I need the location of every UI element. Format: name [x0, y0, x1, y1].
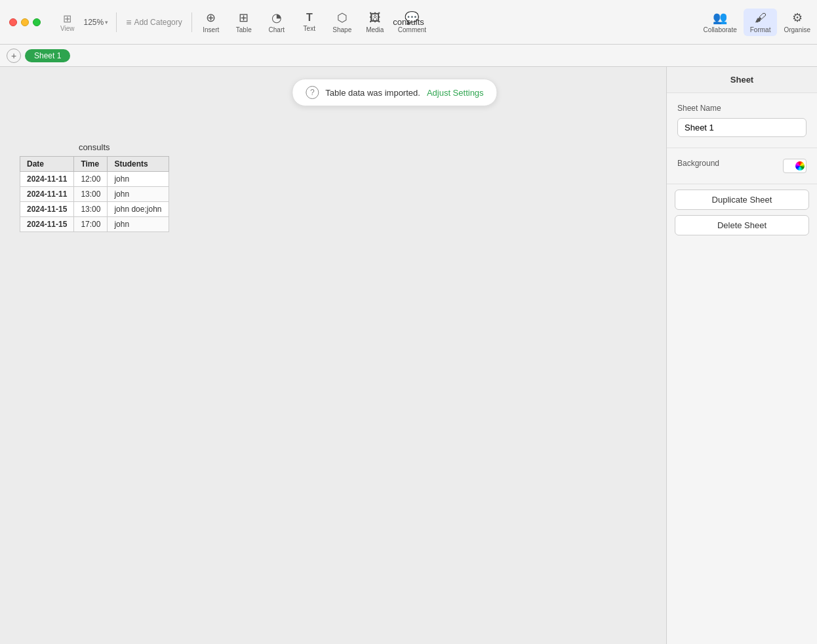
table-icon: ⊞: [239, 10, 249, 25]
add-category-button[interactable]: ≡ Add Category: [119, 14, 189, 30]
sheet-tab-label: Sheet 1: [34, 51, 61, 60]
media-icon: 🖼: [369, 11, 381, 25]
cell-students: john: [108, 217, 169, 232]
organise-button[interactable]: ⚙ Organise: [777, 8, 817, 36]
media-button[interactable]: 🖼 Media: [359, 9, 391, 36]
cell-date: 2024-11-15: [20, 217, 74, 232]
zoom-chevron: ▾: [105, 19, 108, 26]
sheet-tab-1[interactable]: Sheet 1: [25, 49, 70, 62]
maximize-button[interactable]: [33, 18, 41, 26]
background-section: Background: [667, 148, 817, 184]
main-area: ? Table data was imported. Adjust Settin…: [0, 67, 817, 644]
add-category-label: Add Category: [134, 18, 182, 27]
panel-buttons: Duplicate Sheet Delete Sheet: [667, 184, 817, 241]
spreadsheet-title: consults: [20, 142, 169, 152]
insert-button[interactable]: ⊕ Insert: [195, 8, 228, 36]
list-icon: ≡: [126, 17, 131, 28]
background-label: Background: [677, 159, 719, 168]
text-button[interactable]: T Text: [293, 9, 326, 35]
cell-time: 13:00: [74, 187, 108, 202]
collaborate-icon: 👥: [713, 10, 727, 25]
view-icon: ⊞: [63, 12, 71, 25]
format-icon: 🖌: [755, 11, 767, 25]
close-button[interactable]: [9, 18, 17, 26]
media-label: Media: [366, 26, 384, 33]
cell-students: john: [108, 187, 169, 202]
title-bar: ⊞ View 125% ▾ ≡ Add Category ⊕ Insert ⊞ …: [0, 0, 817, 45]
canvas: ? Table data was imported. Adjust Settin…: [0, 67, 666, 644]
duplicate-sheet-button[interactable]: Duplicate Sheet: [675, 190, 809, 210]
table-header-row: Date Time Students: [20, 157, 169, 172]
text-label: Text: [304, 25, 315, 32]
help-icon: ?: [306, 86, 319, 99]
chart-button[interactable]: ◔ Chart: [260, 8, 293, 36]
notification-banner: ? Table data was imported. Adjust Settin…: [292, 79, 497, 106]
separator-2: [191, 12, 192, 32]
spreadsheet-table: Date Time Students 2024-11-1112:00john20…: [20, 156, 169, 232]
notification-message: Table data was imported.: [325, 88, 420, 98]
header-date: Date: [20, 157, 74, 172]
cell-time: 13:00: [74, 202, 108, 217]
chart-icon: ◔: [271, 10, 282, 25]
collaborate-button[interactable]: 👥 Collaborate: [697, 8, 744, 36]
insert-icon: ⊕: [206, 10, 216, 25]
sheet-name-input[interactable]: [677, 118, 807, 137]
cell-time: 17:00: [74, 217, 108, 232]
collaborate-label: Collaborate: [704, 26, 737, 33]
format-label: Format: [750, 26, 771, 33]
header-students: Students: [108, 157, 169, 172]
organise-label: Organise: [784, 26, 810, 33]
cell-students: john doe;john: [108, 202, 169, 217]
view-label: View: [60, 25, 75, 32]
adjust-settings-link[interactable]: Adjust Settings: [427, 88, 484, 98]
background-row: Background: [677, 159, 807, 173]
text-icon: T: [306, 12, 313, 24]
shape-icon: ⬡: [337, 10, 348, 25]
view-button[interactable]: ⊞ View: [56, 10, 79, 35]
chart-label: Chart: [269, 26, 285, 33]
right-toolbar: 👥 Collaborate 🖌 Format ⚙ Organise: [697, 0, 817, 44]
spreadsheet-container: consults Date Time Students 2024-11-1112…: [20, 142, 169, 232]
minimize-button[interactable]: [21, 18, 29, 26]
table-row: 2024-11-1517:00john: [20, 217, 169, 232]
traffic-lights: [0, 18, 50, 26]
zoom-control[interactable]: 125% ▾: [79, 15, 114, 30]
separator-1: [116, 12, 117, 32]
shape-button[interactable]: ⬡ Shape: [326, 8, 359, 36]
sheet-tabs-bar: + Sheet 1: [0, 45, 817, 67]
color-swatch[interactable]: [783, 159, 807, 173]
cell-date: 2024-11-11: [20, 172, 74, 187]
table-row: 2024-11-1513:00john doe;john: [20, 202, 169, 217]
right-panel: Sheet Sheet Name Background Duplicate Sh…: [666, 67, 817, 644]
zoom-value: 125%: [84, 18, 104, 27]
table-row: 2024-11-1112:00john: [20, 172, 169, 187]
header-time: Time: [74, 157, 108, 172]
shape-label: Shape: [332, 26, 351, 33]
sheet-name-label: Sheet Name: [677, 104, 807, 113]
organise-icon: ⚙: [792, 10, 803, 25]
cell-time: 12:00: [74, 172, 108, 187]
delete-sheet-button[interactable]: Delete Sheet: [675, 215, 809, 235]
right-panel-header: Sheet: [667, 67, 817, 93]
table-label: Table: [236, 26, 252, 33]
add-sheet-button[interactable]: +: [7, 49, 21, 63]
window-title: consults: [393, 17, 424, 27]
comment-label: Comment: [398, 26, 426, 33]
cell-date: 2024-11-15: [20, 202, 74, 217]
toolbar: ⊞ View 125% ▾ ≡ Add Category ⊕ Insert ⊞ …: [56, 8, 433, 36]
sheet-name-section: Sheet Name: [667, 93, 817, 148]
insert-label: Insert: [203, 26, 219, 33]
table-row: 2024-11-1113:00john: [20, 187, 169, 202]
table-button[interactable]: ⊞ Table: [228, 8, 260, 36]
cell-students: john: [108, 172, 169, 187]
format-button[interactable]: 🖌 Format: [744, 9, 778, 36]
color-dot-icon: [795, 161, 805, 171]
cell-date: 2024-11-11: [20, 187, 74, 202]
